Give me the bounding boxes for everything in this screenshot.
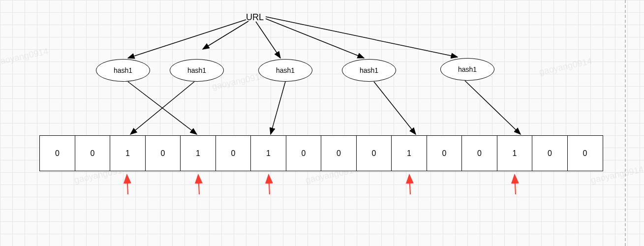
bit-cell: 0 <box>567 135 603 171</box>
bit-cell: 1 <box>250 135 286 171</box>
bit-cell: 0 <box>145 135 181 171</box>
bit-cell: 0 <box>215 135 251 171</box>
bit-array: 0 0 1 0 1 0 1 0 0 0 1 0 0 1 0 0 <box>39 135 603 171</box>
hash-node-3: hash1 <box>258 59 312 82</box>
hash-node-2: hash1 <box>170 59 224 82</box>
bit-cell: 0 <box>356 135 392 171</box>
url-root-label: URL <box>246 12 264 23</box>
hash-label: hash1 <box>114 66 132 74</box>
hash-label: hash1 <box>187 66 206 74</box>
bit-cell: 1 <box>497 135 533 171</box>
hash-node-1: hash1 <box>96 59 150 82</box>
grid-background <box>0 0 644 246</box>
hash-label: hash1 <box>276 66 295 74</box>
hash-label: hash1 <box>360 66 378 74</box>
bit-cell: 0 <box>75 135 111 171</box>
bit-cell: 1 <box>180 135 216 171</box>
bit-cell: 0 <box>461 135 497 171</box>
page-divider <box>625 0 626 246</box>
bit-cell: 0 <box>532 135 568 171</box>
bit-cell: 0 <box>321 135 357 171</box>
bit-cell: 1 <box>391 135 427 171</box>
bit-cell: 0 <box>427 135 462 171</box>
bit-cell: 1 <box>110 135 146 171</box>
hash-node-5: hash1 <box>440 58 494 81</box>
bit-cell: 0 <box>39 135 75 171</box>
hash-node-4: hash1 <box>342 59 396 82</box>
hash-label: hash1 <box>458 65 477 73</box>
bit-cell: 0 <box>286 135 322 171</box>
